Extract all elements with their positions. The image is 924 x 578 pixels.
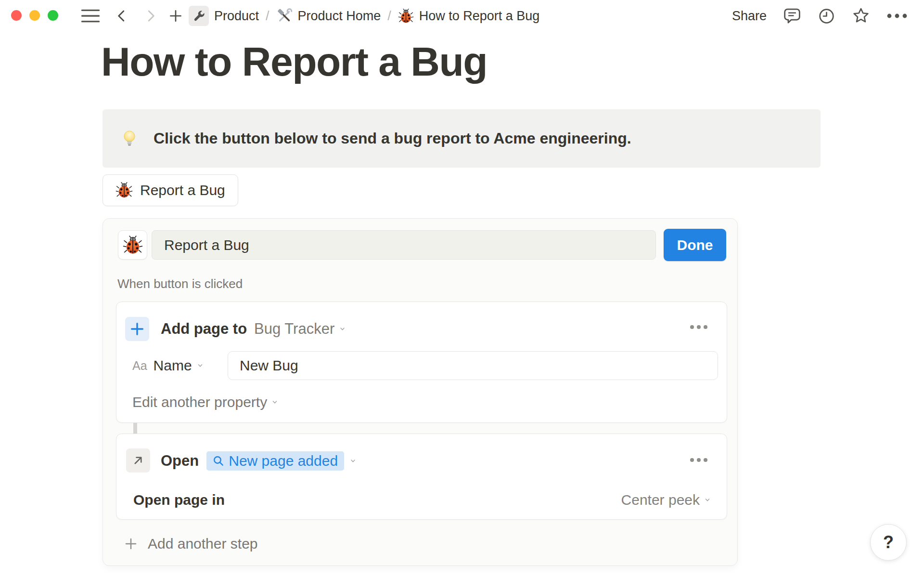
chevron-right-icon — [143, 8, 158, 24]
favorite-button[interactable] — [852, 7, 870, 25]
wrench-icon — [189, 6, 209, 26]
comments-button[interactable] — [783, 7, 801, 25]
lightbulb-icon — [120, 129, 139, 148]
step-card-add-page: Add page to Bug Tracker Aa Name Edit ano… — [116, 302, 727, 423]
property-value-input[interactable] — [228, 351, 718, 380]
magnifier-icon — [213, 455, 224, 467]
button-editor-panel: Done When button is clicked Add page to … — [103, 218, 738, 566]
add-another-step-label: Add another step — [148, 536, 258, 552]
top-bar: Product / Product Home / — [0, 0, 924, 32]
trigger-label: When button is clicked — [117, 276, 243, 291]
breadcrumb-label: How to Report a Bug — [419, 9, 540, 24]
open-page-in-row: Open page in Center peek — [133, 490, 711, 510]
breadcrumb-item-product[interactable]: Product — [189, 6, 259, 26]
breadcrumb-separator: / — [265, 9, 270, 24]
plus-icon — [124, 537, 138, 551]
report-a-bug-button-label: Report a Bug — [140, 182, 225, 198]
new-page-button[interactable] — [167, 8, 184, 24]
share-button[interactable]: Share — [732, 9, 767, 24]
edit-another-property-label: Edit another property — [132, 394, 267, 410]
forward-button[interactable] — [142, 7, 159, 25]
step-action-label: Open — [161, 452, 199, 470]
callout-text[interactable]: Click the button below to send a bug rep… — [154, 130, 631, 147]
plus-icon — [168, 9, 183, 23]
edit-another-property-button[interactable]: Edit another property — [132, 394, 278, 411]
step-action-label: Add page to — [161, 320, 247, 338]
notion-window: Product / Product Home / — [0, 0, 924, 578]
zoom-window-button[interactable] — [48, 10, 58, 21]
property-name: Name — [154, 357, 192, 374]
add-page-step-icon — [125, 317, 149, 341]
close-window-button[interactable] — [11, 10, 22, 21]
open-target-chip[interactable]: New page added — [206, 451, 344, 471]
chevron-down-icon — [197, 363, 204, 368]
open-page-in-value: Center peek — [621, 492, 700, 508]
open-page-in-dropdown[interactable]: Center peek — [621, 492, 711, 508]
chevron-down-icon — [271, 399, 278, 405]
clock-icon — [818, 7, 835, 25]
ladybug-icon — [123, 235, 143, 255]
hammer-wrench-icon — [276, 8, 293, 24]
chevron-left-icon — [115, 8, 129, 24]
open-step-icon — [126, 448, 150, 473]
breadcrumb: Product / Product Home / — [189, 0, 539, 32]
ladybug-icon — [116, 182, 133, 199]
property-selector[interactable]: Aa Name — [132, 351, 204, 380]
callout-block: Click the button below to send a bug rep… — [103, 109, 821, 168]
sidebar-menu-button[interactable] — [80, 8, 101, 24]
ladybug-icon — [398, 8, 414, 24]
button-name-input[interactable] — [152, 230, 656, 260]
step-options-button[interactable] — [688, 323, 709, 331]
step-options-button[interactable] — [688, 456, 709, 464]
report-a-bug-button[interactable]: Report a Bug — [103, 174, 238, 206]
open-target-chip-label: New page added — [229, 453, 338, 469]
hamburger-icon — [81, 9, 100, 23]
breadcrumb-item-current-page[interactable]: How to Report a Bug — [398, 8, 540, 24]
page-title[interactable]: How to Report a Bug — [101, 39, 487, 85]
back-button[interactable] — [114, 7, 130, 25]
chevron-down-icon[interactable] — [349, 458, 357, 464]
chevron-down-icon — [339, 326, 346, 332]
chevron-down-icon — [704, 497, 711, 503]
more-options-button[interactable] — [886, 13, 908, 19]
target-database-dropdown[interactable]: Bug Tracker — [254, 320, 346, 338]
button-icon-picker[interactable] — [118, 230, 147, 260]
step-connector — [133, 423, 137, 434]
updates-button[interactable] — [818, 7, 835, 25]
title-property-type-icon: Aa — [132, 359, 147, 373]
target-database-value: Bug Tracker — [254, 320, 334, 338]
comment-icon — [783, 7, 801, 25]
done-button[interactable]: Done — [664, 229, 726, 261]
step-card-open-page: Open New page added Open page in Center … — [116, 434, 727, 520]
add-another-step-button[interactable]: Add another step — [124, 533, 258, 555]
star-icon — [852, 7, 870, 25]
breadcrumb-item-product-home[interactable]: Product Home — [276, 8, 381, 24]
breadcrumb-label: Product Home — [298, 9, 381, 24]
minimize-window-button[interactable] — [29, 10, 40, 21]
help-button[interactable]: ? — [870, 524, 907, 561]
ellipsis-icon — [886, 13, 908, 19]
arrow-up-right-icon — [131, 453, 145, 468]
topbar-actions: Share — [732, 0, 908, 32]
breadcrumb-label: Product — [214, 9, 259, 24]
plus-icon — [129, 321, 145, 337]
open-page-in-label: Open page in — [133, 492, 225, 508]
breadcrumb-separator: / — [386, 9, 392, 24]
